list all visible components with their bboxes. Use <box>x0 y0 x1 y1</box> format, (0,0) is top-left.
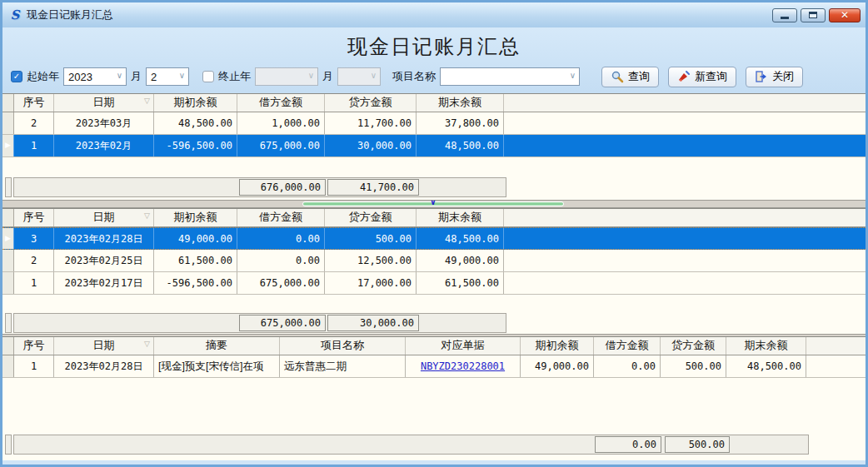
header-date-label: 日期 <box>93 211 115 223</box>
selector-header-cell <box>2 94 14 112</box>
table-row[interactable]: 2 2023年02月25日 61,500.00 0.00 12,500.00 4… <box>2 250 866 272</box>
new-query-button[interactable]: 新查询 <box>668 67 736 87</box>
cell-debit: 0.00 <box>594 355 661 377</box>
cell-date: 2023年03月 <box>54 112 154 134</box>
header-closing[interactable]: 期末余额 <box>417 94 504 112</box>
header-credit[interactable]: 贷方金额 <box>325 209 417 226</box>
totals-bar: 0.00 500.00 <box>13 435 809 455</box>
cell-seq: 1 <box>14 355 54 377</box>
query-button[interactable]: 查询 <box>601 67 659 87</box>
cell-closing: 48,500.00 <box>726 355 806 377</box>
row-selector: ▶ <box>2 135 14 156</box>
table-row[interactable]: 1 2023年02月28日 [现金]预支[宋传信]在项 远东普惠二期 NBYZD… <box>2 355 866 378</box>
query-button-label: 查询 <box>628 69 650 84</box>
header-credit[interactable]: 贷方金额 <box>325 94 417 112</box>
close-button[interactable]: ✕ <box>829 8 861 22</box>
cell-date: 2023年02月25日 <box>54 250 154 271</box>
new-query-brush-icon <box>677 70 691 83</box>
cell-opening: 48,500.00 <box>154 112 237 134</box>
header-closing[interactable]: 期末余额 <box>726 337 806 355</box>
project-name-label: 项目名称 <box>392 69 436 84</box>
project-name-select[interactable]: ∨ <box>440 67 580 86</box>
cell-voucher: NBYZD230228001 <box>406 355 521 377</box>
splitter-handle[interactable]: ∨ <box>302 201 564 206</box>
chevron-down-icon: ∨ <box>371 71 377 80</box>
table-row-selected[interactable]: ▶ 1 2023年02月 -596,500.00 675,000.00 30,0… <box>2 135 866 157</box>
cell-closing: 61,500.00 <box>417 272 504 294</box>
sort-icon: ▽ <box>144 97 150 105</box>
monthly-summary-grid: 序号 日期▽ 期初余额 借方金额 贷方金额 期末余额 2 2023年03月 48… <box>2 93 866 200</box>
header-opening[interactable]: 期初余额 <box>154 94 237 112</box>
header-opening[interactable]: 期初余额 <box>521 337 594 355</box>
cell-project: 远东普惠二期 <box>280 355 406 377</box>
titlebar[interactable]: S 现金日记账月汇总 ✕ <box>2 2 866 27</box>
totals-stub <box>5 313 12 333</box>
header-debit[interactable]: 借方金额 <box>237 94 325 112</box>
header-date[interactable]: 日期▽ <box>54 209 154 226</box>
cell-closing: 37,800.00 <box>417 112 504 134</box>
total-debit: 676,000.00 <box>239 179 326 196</box>
chevron-down-icon: ∨ <box>308 71 314 80</box>
cell-seq: 1 <box>14 272 54 294</box>
header-debit[interactable]: 借方金额 <box>237 209 325 226</box>
start-year-checkbox[interactable]: ✓ <box>11 71 22 82</box>
table-row[interactable]: 1 2023年02月17日 -596,500.00 675,000.00 17,… <box>2 272 866 295</box>
maximize-button[interactable] <box>801 8 826 22</box>
total-debit: 0.00 <box>595 436 661 453</box>
end-year-select[interactable]: ∨ <box>255 67 318 86</box>
cell-opening: -596,500.00 <box>154 272 237 294</box>
start-month-select[interactable]: 2∨ <box>146 67 189 86</box>
search-icon <box>611 70 624 83</box>
maximize-icon <box>809 12 817 18</box>
minimize-icon <box>781 17 789 19</box>
header-opening[interactable]: 期初余额 <box>154 209 237 226</box>
cell-date: 2023年02月28日 <box>54 228 154 249</box>
table-row[interactable]: 2 2023年03月 48,500.00 1,000.00 11,700.00 … <box>2 112 866 135</box>
header-credit[interactable]: 贷方金额 <box>661 337 726 355</box>
header-voucher[interactable]: 对应单据 <box>406 337 521 355</box>
header-project[interactable]: 项目名称 <box>280 337 406 355</box>
close-form-button[interactable]: 关闭 <box>746 67 803 87</box>
start-year-select[interactable]: 2023∨ <box>63 67 127 86</box>
totals-bar: 676,000.00 41,700.00 <box>13 177 506 197</box>
header-summary[interactable]: 摘要 <box>154 337 280 355</box>
row-pointer-icon: ▶ <box>5 141 11 149</box>
cell-credit: 17,000.00 <box>325 272 417 294</box>
header-date[interactable]: 日期▽ <box>54 337 154 355</box>
chevron-down-icon: ∨ <box>117 71 122 80</box>
voucher-link[interactable]: NBYZD230228001 <box>421 360 505 372</box>
header-date-label: 日期 <box>93 96 115 108</box>
cell-seq: 3 <box>14 228 54 249</box>
totals-stub <box>5 435 12 455</box>
cell-summary: [现金]预支[宋传信]在项 <box>154 355 280 377</box>
cell-credit: 500.00 <box>661 355 726 377</box>
cell-credit: 500.00 <box>325 228 417 249</box>
row-selector <box>2 355 14 377</box>
cell-credit: 12,500.00 <box>325 250 417 271</box>
header-closing[interactable]: 期末余额 <box>417 209 504 226</box>
end-year-label: 终止年 <box>218 69 251 84</box>
header-date[interactable]: 日期▽ <box>54 94 154 112</box>
total-debit: 675,000.00 <box>239 315 326 331</box>
header-seq[interactable]: 序号 <box>14 209 54 226</box>
window-controls: ✕ <box>772 8 861 22</box>
total-credit: 41,700.00 <box>327 179 419 196</box>
app-window: S 现金日记账月汇总 ✕ 现金日记账月汇总 ✓ 起始年 2023∨ 月 2∨ 终… <box>0 0 868 467</box>
cell-date: 2023年02月28日 <box>54 355 154 377</box>
header-debit[interactable]: 借方金额 <box>594 337 661 355</box>
cell-seq: 2 <box>14 112 54 134</box>
header-seq[interactable]: 序号 <box>14 337 54 355</box>
chevron-down-icon: ∨ <box>570 71 576 80</box>
minimize-button[interactable] <box>772 8 797 22</box>
end-month-select[interactable]: ∨ <box>337 67 381 86</box>
table-row-selected[interactable]: ▶ 3 2023年02月28日 49,000.00 0.00 500.00 48… <box>2 227 866 250</box>
cell-debit: 675,000.00 <box>237 135 325 156</box>
end-year-checkbox[interactable] <box>202 71 214 82</box>
header-date-label: 日期 <box>93 339 115 351</box>
page-title: 现金日记账月汇总 <box>2 27 866 60</box>
cell-seq: 1 <box>14 135 54 156</box>
start-month-value: 2 <box>151 71 157 83</box>
detail-grid: 序号 日期▽ 摘要 项目名称 对应单据 期初余额 借方金额 贷方金额 期末余额 … <box>2 336 866 460</box>
total-credit: 30,000.00 <box>327 315 419 331</box>
header-seq[interactable]: 序号 <box>14 94 54 112</box>
